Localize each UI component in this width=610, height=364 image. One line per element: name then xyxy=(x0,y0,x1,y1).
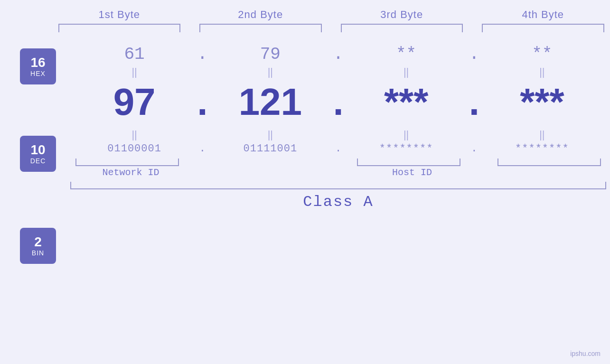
bin-b4: ******** xyxy=(484,143,601,155)
class-label: Class A xyxy=(303,193,373,211)
bin-row: 01100001 . 01111001 . ******** . xyxy=(66,143,610,155)
dec-b4: *** xyxy=(484,80,601,124)
hex-row: 61 . 79 . ** . ** xyxy=(66,45,610,64)
bin-dot3: . xyxy=(465,143,484,155)
dec-dot2: . xyxy=(329,80,348,124)
dec-b2: 121 xyxy=(212,80,328,124)
host-id-label: Host ID xyxy=(392,167,432,178)
dec-badge-num: 10 xyxy=(30,143,45,158)
dec-badge-label: DEC xyxy=(30,157,46,165)
dec-dot1: . xyxy=(193,80,212,124)
bin-dot2: . xyxy=(329,143,348,155)
hex-b4: ** xyxy=(484,45,601,64)
network-id-label: Network ID xyxy=(102,167,159,178)
bin-dot1: . xyxy=(193,143,212,155)
dec-row: 97 . 121 . *** . *** xyxy=(66,80,610,124)
badges-column: 16 HEX 10 DEC 2 BIN xyxy=(0,40,66,272)
hex-badge-num: 16 xyxy=(30,56,45,70)
equals-row-2: || || || || xyxy=(66,127,610,143)
values-column: 61 . 79 . ** . ** xyxy=(66,40,610,272)
dec-b1: 97 xyxy=(76,80,193,124)
hex-badge: 16 HEX xyxy=(20,48,56,84)
bin-b1: 01100001 xyxy=(76,143,193,155)
hex-b2: 79 xyxy=(212,45,328,64)
bin-badge-label: BIN xyxy=(32,249,44,257)
byte1-header: 1st Byte xyxy=(58,9,181,21)
bin-badge-num: 2 xyxy=(34,235,42,250)
main-container: 1st Byte 2nd Byte 3rd Byte 4th Byte 16 H… xyxy=(0,0,610,364)
watermark: ipshu.com xyxy=(570,350,601,357)
bin-b2: 01111001 xyxy=(212,143,328,155)
hex-dot3: . xyxy=(465,45,484,64)
bin-badge: 2 BIN xyxy=(20,228,56,264)
dec-dot3: . xyxy=(465,80,484,124)
bin-b3: ******** xyxy=(348,143,465,155)
byte2-header: 2nd Byte xyxy=(199,9,322,21)
equals-row-1: || || || || xyxy=(66,64,610,80)
dec-badge: 10 DEC xyxy=(20,136,56,172)
byte3-header: 3rd Byte xyxy=(341,9,463,21)
dec-b3: *** xyxy=(348,80,465,124)
hex-dot2: . xyxy=(329,45,348,64)
hex-dot1: . xyxy=(193,45,212,64)
hex-badge-label: HEX xyxy=(30,70,46,77)
hex-b1: 61 xyxy=(76,45,193,64)
hex-b3: ** xyxy=(348,45,465,64)
byte4-header: 4th Byte xyxy=(482,9,604,21)
